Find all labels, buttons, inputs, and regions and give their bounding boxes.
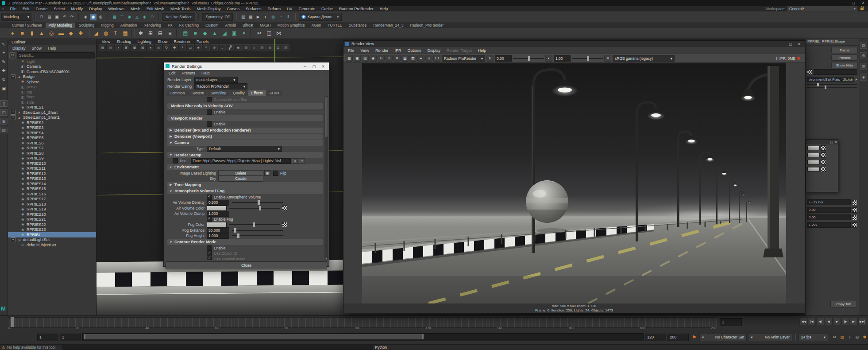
menu-item[interactable]: Radeon ProRender: [336, 7, 377, 11]
value-field[interactable]: 1.297: [807, 222, 851, 228]
shelf-tab[interactable]: Curves / Surfaces: [9, 23, 45, 28]
shelf-tab[interactable]: Arnold: [222, 23, 239, 28]
paint-selection-tool-icon[interactable]: ✎: [1, 58, 7, 65]
live-surface-field[interactable]: No Live Surface: [162, 13, 195, 21]
stamp-reset-button[interactable]: R: [292, 158, 298, 164]
shelf-tab[interactable]: Sculpting: [76, 23, 97, 28]
ipr-render-icon[interactable]: ◉: [370, 55, 377, 62]
contrast-field[interactable]: 1.00: [554, 55, 571, 62]
refresh-icon[interactable]: ↻: [486, 55, 494, 62]
comment-icon[interactable]: ✉: [831, 334, 838, 340]
mirror-icon[interactable]: ✦: [239, 29, 248, 38]
outliner-item[interactable]: + ◈ RPRIES23: [8, 227, 96, 233]
section-header[interactable]: ▼Contour Render Mode: [167, 239, 323, 245]
menu-item[interactable]: Select: [50, 7, 68, 11]
stop-ipr-icon[interactable]: [797, 57, 800, 60]
outliner-item[interactable]: + ▲ StreetLamp1_Short: [8, 110, 96, 115]
outliner-item[interactable]: + ◧ Camera: [8, 64, 96, 70]
texture-map-button[interactable]: [852, 215, 857, 220]
outliner-item[interactable]: + ◧ top: [8, 89, 96, 95]
lattice-icon[interactable]: ⋈: [274, 29, 283, 38]
bridge-icon[interactable]: ◢: [220, 29, 229, 38]
panel-menu-item[interactable]: Shading: [114, 39, 134, 44]
render-icon[interactable]: ▦: [346, 55, 353, 62]
play-forwards-button[interactable]: ▶: [833, 318, 841, 325]
poly-pipe-icon[interactable]: ◍: [101, 29, 110, 38]
use-object-id-checkbox[interactable]: [207, 251, 212, 256]
keep-image-icon[interactable]: ⬓: [401, 55, 409, 62]
playback-start-field[interactable]: 1: [60, 334, 81, 341]
minimize-icon[interactable]: ─: [839, 0, 849, 6]
section-header[interactable]: ▶Denoiser (Viewport): [167, 134, 323, 140]
expand-toggle-icon[interactable]: +: [11, 115, 15, 120]
fps-dropdown[interactable]: 24 fps▾: [799, 334, 828, 341]
menu-item[interactable]: Options: [405, 48, 424, 53]
texture-bake-icon[interactable]: ◍: [270, 14, 277, 20]
outliner-item[interactable]: + ◈ RPRIES5: [8, 136, 96, 141]
outliner-search-input[interactable]: Search...: [17, 52, 95, 58]
close-button[interactable]: Close: [166, 261, 327, 269]
menu-item[interactable]: Help: [199, 71, 212, 75]
scale-tool-icon[interactable]: ▣: [1, 85, 7, 91]
command-input[interactable]: [62, 345, 373, 350]
panel-toolbar-icon[interactable]: ↻: [163, 44, 170, 51]
texture-map-button[interactable]: [821, 152, 826, 158]
menu-item[interactable]: File: [7, 7, 19, 11]
menu-item[interactable]: Surfaces: [243, 7, 265, 11]
outliner-item[interactable]: + ◉ RPRIBL: [8, 232, 96, 237]
multi-cut-icon[interactable]: ■: [191, 29, 200, 38]
construction-history-icon[interactable]: ▥: [240, 14, 247, 20]
shelf-tab[interactable]: Rigging: [98, 23, 117, 28]
poly-sphere-icon[interactable]: ●: [8, 29, 17, 38]
step-forward-button[interactable]: |▶: [841, 318, 849, 325]
outliner-item[interactable]: + ◈ RPRIES20: [8, 212, 96, 217]
panel-toolbar-icon[interactable]: ⊡: [274, 44, 282, 51]
poly-torus-icon[interactable]: ◎: [47, 29, 56, 38]
camera-type-dropdown[interactable]: Default▾: [207, 146, 282, 152]
presets-button[interactable]: Presets: [831, 54, 858, 61]
menu-set-dropdown[interactable]: Modeling▾: [1, 13, 31, 21]
panel-toolbar-icon[interactable]: ⌖: [179, 44, 186, 51]
channel-box-icon[interactable]: ▥: [860, 63, 867, 70]
render-settings-titlebar[interactable]: Render Settings ─ ▢ ✕: [164, 62, 329, 70]
close-icon[interactable]: ✕: [319, 64, 327, 69]
menu-item[interactable]: Edit Mesh: [143, 7, 167, 11]
shelf-tab[interactable]: FX Caching: [176, 23, 202, 28]
attribute-slider[interactable]: [807, 87, 857, 88]
floating-panel[interactable]: ─ ▢ ✕: [806, 139, 838, 192]
animation-end-field[interactable]: 200: [667, 334, 689, 341]
snap-view-plane-icon[interactable]: ◈: [141, 14, 148, 20]
anim-prefs-icon[interactable]: ✱: [861, 334, 868, 340]
poly-cube-icon[interactable]: ■: [18, 29, 27, 38]
poly-prism-icon[interactable]: ◢: [92, 29, 100, 38]
outliner-item[interactable]: + ◈ RPRIES1: [8, 105, 96, 110]
pause-icon[interactable]: ‖: [776, 56, 778, 61]
expand-toggle-icon[interactable]: +: [11, 74, 15, 79]
smooth-icon[interactable]: ≡: [166, 29, 174, 38]
enable-mb-velocity-checkbox[interactable]: [207, 109, 212, 115]
evaluation-icon[interactable]: ◎: [854, 334, 860, 340]
air-volume-density-field[interactable]: 0.500: [207, 200, 229, 206]
character-set-dropdown[interactable]: ▾No Character Set: [699, 334, 747, 341]
browse-folder-icon[interactable]: ▸: [856, 78, 857, 82]
fog-color-texture-button[interactable]: [282, 222, 287, 227]
exposure-slider[interactable]: [513, 58, 544, 59]
file-path-field[interactable]: vironment/Salt Flats - 2k.hdr: [807, 77, 854, 82]
value-field[interactable]: 0.00: [807, 214, 851, 220]
render-settings-window[interactable]: Render Settings ─ ▢ ✕ EditPresetsHelp Re…: [163, 62, 329, 267]
menu-item[interactable]: Render Target: [444, 48, 475, 53]
air-color-texture-button[interactable]: [282, 206, 287, 211]
outliner-item[interactable]: + ✚ Sphere: [8, 79, 96, 85]
anim-layer-dropdown[interactable]: ▾No Anim Layer: [748, 334, 792, 341]
use-render-stamp-checkbox[interactable]: [173, 158, 178, 163]
color-swatch[interactable]: [807, 160, 820, 164]
exposure-field[interactable]: 0.00: [495, 55, 512, 62]
outliner-item[interactable]: + ◧ side: [8, 100, 96, 105]
outliner-item[interactable]: + ◈ RPRIES16: [8, 191, 96, 197]
snapshot-icon[interactable]: ▤: [362, 55, 369, 62]
texture-map-button[interactable]: [821, 159, 826, 165]
section-header[interactable]: Motion Blur only in Velocity AOV: [167, 103, 323, 109]
poly-superhape-icon[interactable]: ▦: [121, 29, 130, 38]
outliner-item[interactable]: + ◈ RPRIES4: [8, 130, 96, 136]
range-slider[interactable]: [82, 333, 644, 341]
